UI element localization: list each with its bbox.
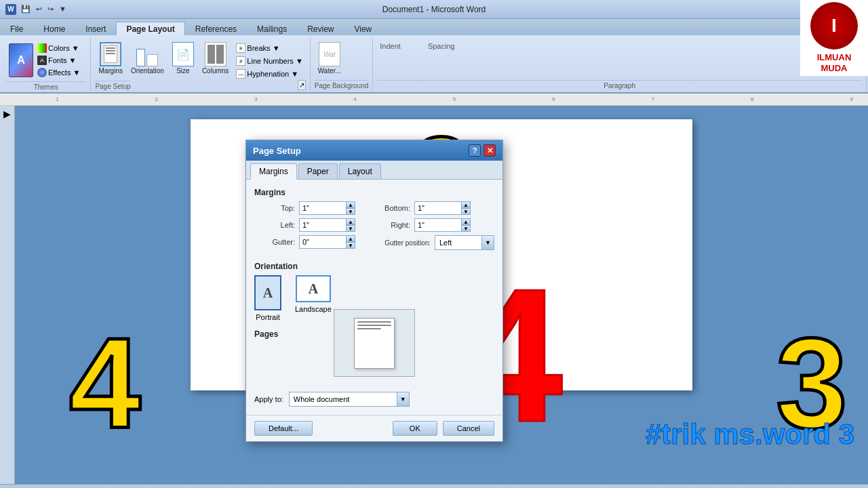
dropdown-quick-btn[interactable]: ▼: [57, 4, 68, 14]
tab-insert[interactable]: Insert: [75, 22, 116, 35]
bottom-margin-input[interactable]: 1": [414, 201, 462, 215]
left-margin-label: Left:: [254, 221, 295, 229]
left-margin-down[interactable]: ▼: [346, 225, 355, 232]
dialog-footer: Default... OK Cancel: [246, 415, 502, 441]
page-background-label: Page Background: [315, 80, 369, 89]
status-bar: Page: 1 of 1 Words: 0 English (United St…: [0, 484, 868, 488]
gutter-position-value[interactable]: Left: [435, 235, 482, 250]
watermark-icon: Wat: [319, 42, 340, 66]
gutter-up[interactable]: ▲: [346, 235, 355, 242]
bottom-margin-down[interactable]: ▼: [461, 208, 471, 215]
line-numbers-icon: #: [236, 56, 245, 66]
sidebar-nav: ▶: [0, 106, 15, 484]
title-bar: W 💾 ↩ ↪ ▼ Document1 - Microsoft Word ─ □…: [0, 0, 868, 19]
dialog-close-button[interactable]: ✕: [484, 144, 496, 157]
apply-to-arrow[interactable]: ▼: [397, 392, 410, 407]
preview-line-1: [357, 321, 391, 323]
cancel-button[interactable]: Cancel: [443, 421, 494, 436]
top-margin-spinner[interactable]: ▲ ▼: [346, 201, 355, 215]
page-setup-dialog-launcher[interactable]: ↗: [298, 80, 306, 90]
top-margin-up[interactable]: ▲: [346, 201, 355, 208]
right-margin-label: Right:: [370, 221, 410, 229]
breaks-button[interactable]: ≡ Breaks ▼: [233, 42, 305, 54]
dialog-help-button[interactable]: ?: [469, 144, 481, 157]
themes-button[interactable]: A Colors ▼ A Fonts ▼ Effects ▼: [5, 39, 86, 81]
undo-quick-btn[interactable]: ↩: [34, 4, 44, 14]
tab-references[interactable]: References: [185, 22, 247, 35]
landscape-icon: A: [296, 275, 331, 302]
indent-label: Indent: [377, 39, 403, 53]
margins-icon: [100, 42, 121, 66]
gutter-input[interactable]: 0": [299, 235, 347, 249]
paragraph-group-label: Paragraph: [377, 80, 862, 89]
tab-mailings[interactable]: Mailings: [247, 22, 297, 35]
right-margin-up[interactable]: ▲: [461, 218, 471, 225]
default-button[interactable]: Default...: [254, 421, 313, 436]
size-button[interactable]: 📄 Size: [169, 39, 197, 77]
tab-review[interactable]: Review: [297, 22, 344, 35]
sidebar-toggle[interactable]: ▶: [3, 108, 11, 119]
tab-page-layout[interactable]: Page Layout: [116, 22, 184, 35]
margins-button[interactable]: Margins: [95, 39, 126, 77]
left-margin-up[interactable]: ▲: [346, 218, 355, 225]
hyphenation-icon: —: [236, 69, 245, 79]
columns-button[interactable]: Columns: [199, 39, 232, 77]
size-label: Size: [176, 67, 189, 75]
themes-colors-btn[interactable]: Colors ▼: [35, 42, 83, 54]
themes-effects-btn[interactable]: Effects ▼: [35, 66, 83, 79]
left-margin-input[interactable]: 1": [299, 218, 347, 232]
line-numbers-button[interactable]: # Line Numbers ▼: [233, 55, 305, 67]
redo-quick-btn[interactable]: ↪: [45, 4, 56, 14]
hyphenation-button[interactable]: — Hyphenation ▼: [233, 68, 305, 80]
right-margin-down[interactable]: ▼: [461, 225, 471, 232]
dialog-tab-layout[interactable]: Layout: [339, 163, 381, 179]
page-setup-small-btns: ≡ Breaks ▼ # Line Numbers ▼ — Hyphenatio…: [233, 39, 305, 80]
tab-view[interactable]: View: [344, 22, 382, 35]
orientation-title: Orientation: [254, 262, 494, 271]
logo-area: I ILMUANMUDA: [800, 0, 868, 76]
preview-placeholder: [254, 302, 494, 384]
save-quick-btn[interactable]: 💾: [19, 4, 33, 14]
dialog-tab-margins[interactable]: Margins: [250, 163, 297, 180]
gutter-position-arrow[interactable]: ▼: [482, 235, 494, 250]
watermark-button[interactable]: Wat Water...: [315, 39, 344, 77]
tab-file[interactable]: File: [0, 22, 33, 35]
bottom-margin-spinner[interactable]: ▲ ▼: [461, 201, 471, 215]
logo-container: I ILMUANMUDA: [810, 2, 858, 73]
gutter-position-label: Gutter position:: [370, 239, 431, 247]
page-setup-group-label: Page Setup: [95, 81, 130, 90]
themes-fonts-btn[interactable]: A Fonts ▼: [35, 54, 83, 66]
right-margin-input[interactable]: 1": [414, 218, 462, 232]
logo-letter: I: [831, 15, 837, 37]
top-margin-down[interactable]: ▼: [346, 208, 355, 215]
ribbon-tab-bar: File Home Insert Page Layout References …: [0, 19, 868, 35]
top-margin-input[interactable]: 1": [299, 201, 347, 215]
apply-to-value[interactable]: Whole document: [289, 392, 397, 407]
size-icon: 📄: [172, 42, 194, 66]
margins-left-col: Top: 1" ▲ ▼: [254, 201, 363, 253]
dialog-title-buttons: ? ✕: [469, 144, 496, 157]
ok-button[interactable]: OK: [393, 421, 437, 436]
portrait-button[interactable]: A Portrait: [254, 275, 281, 321]
orientation-icon: [136, 42, 158, 66]
top-margin-row: Top: 1" ▲ ▼: [254, 201, 363, 215]
landscape-button[interactable]: A Landscape: [295, 275, 332, 321]
gutter-spinner[interactable]: ▲ ▼: [346, 235, 355, 249]
apply-to-label: Apply to:: [254, 395, 283, 403]
margins-right-col: Bottom: 1" ▲ ▼: [370, 201, 494, 253]
orientation-button[interactable]: Orientation: [127, 39, 167, 77]
tab-home[interactable]: Home: [33, 22, 75, 35]
hyphenation-label: Hyphenation ▼: [247, 70, 298, 78]
ruler: 123456789: [0, 94, 868, 106]
right-margin-input-group: 1" ▲ ▼: [414, 218, 471, 232]
margins-section-title: Margins: [254, 188, 494, 197]
right-margin-spinner[interactable]: ▲ ▼: [461, 218, 471, 232]
dialog-tab-paper[interactable]: Paper: [298, 163, 338, 179]
portrait-icon: A: [254, 275, 281, 310]
left-margin-spinner[interactable]: ▲ ▼: [346, 218, 355, 232]
gutter-down[interactable]: ▼: [346, 242, 355, 249]
margins-columns: Top: 1" ▲ ▼: [254, 201, 494, 253]
line-numbers-label: Line Numbers ▼: [247, 57, 302, 65]
document-area: 3 4 3 A4 Page Setup ? ✕ Margins Paper: [15, 106, 868, 484]
bottom-margin-up[interactable]: ▲: [461, 201, 471, 208]
